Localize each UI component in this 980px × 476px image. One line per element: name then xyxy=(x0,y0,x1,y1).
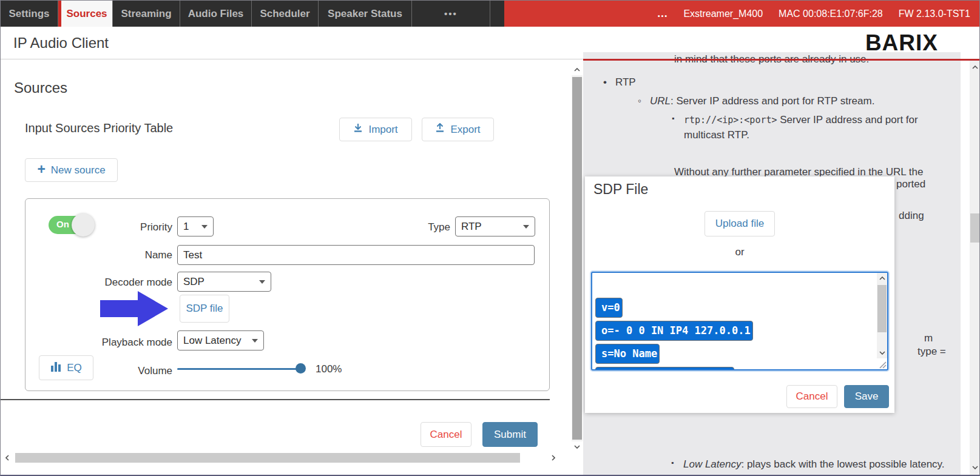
annotation-arrow-icon xyxy=(100,290,169,330)
slider-thumb[interactable] xyxy=(296,363,306,374)
type-label: Type xyxy=(384,221,450,233)
upload-file-button[interactable]: Upload file xyxy=(705,211,775,236)
selected-line: c=IN IP4 192.168.0.20 xyxy=(595,367,734,370)
slider-track[interactable] xyxy=(177,368,299,370)
tab-settings[interactable]: Settings xyxy=(1,1,58,27)
modal-save-button[interactable]: Save xyxy=(844,385,889,408)
caret-down-icon xyxy=(523,225,529,229)
scrollbar-thumb[interactable] xyxy=(572,77,582,440)
source-card: On Priority 1 Type RTP Name Decoder mode xyxy=(25,198,550,391)
sdp-file-button[interactable]: SDP file xyxy=(180,295,229,323)
decoder-mode-select[interactable]: SDP xyxy=(177,272,271,292)
circle-bullet-icon: ◦ xyxy=(638,94,650,109)
help-pane: in mind that these ports are already in … xyxy=(583,59,980,476)
resize-grip-icon[interactable] xyxy=(878,360,887,369)
volume-slider[interactable] xyxy=(177,363,306,375)
submit-button[interactable]: Submit xyxy=(482,422,538,447)
right-vertical-scrollbar[interactable] xyxy=(970,61,980,476)
name-input[interactable] xyxy=(177,245,535,265)
sources-pane: Sources Input Sources Priority Table Imp… xyxy=(1,59,583,476)
device-firmware: FW 2.13.0-TST1 xyxy=(899,8,970,19)
page-title: IP Audio Client xyxy=(13,35,109,52)
doc-list-item-url: ◦URL: Server IP address and port for RTP… xyxy=(638,94,874,109)
download-icon xyxy=(353,123,363,136)
new-source-button[interactable]: + New source xyxy=(25,158,118,182)
nav-filler xyxy=(490,1,504,27)
tab-scheduler[interactable]: Scheduler xyxy=(252,1,319,27)
priority-table-title: Input Sources Priority Table xyxy=(25,121,173,135)
device-ellipsis-icon[interactable]: … xyxy=(657,7,667,20)
main-area: Sources Input Sources Priority Table Imp… xyxy=(1,59,979,476)
scroll-left-icon[interactable] xyxy=(2,452,13,463)
scrollbar-thumb[interactable] xyxy=(970,213,980,243)
selected-line: s=No Name xyxy=(595,344,660,364)
priority-label: Priority xyxy=(62,221,172,233)
form-divider xyxy=(1,399,550,400)
playback-mode-select[interactable]: Low Latency xyxy=(177,330,264,350)
pane-top-red-divider xyxy=(583,59,980,61)
type-select[interactable]: RTP xyxy=(455,216,535,236)
caret-down-icon xyxy=(201,225,208,229)
doc-list-item-multicast: ▪ rtp://<ip>:<port> Server IP address an… xyxy=(672,113,946,142)
scroll-down-icon[interactable] xyxy=(970,462,980,473)
modal-title: SDP File xyxy=(593,181,648,198)
scrollbar-thumb[interactable] xyxy=(15,453,520,463)
tab-audio-files[interactable]: Audio Files xyxy=(180,1,252,27)
scroll-up-icon[interactable] xyxy=(970,62,980,73)
sdp-textarea[interactable]: v=0 o=- 0 0 IN IP4 127.0.0.1 s=No Name c… xyxy=(591,272,888,370)
decoder-mode-label: Decoder mode xyxy=(62,277,172,289)
tab-overflow-menu[interactable]: ••• xyxy=(412,1,490,27)
square-bullet-icon: ▪ xyxy=(671,458,674,468)
caret-down-icon xyxy=(252,339,258,343)
textarea-scrollbar[interactable] xyxy=(877,273,887,358)
playback-mode-label: Playback mode xyxy=(62,337,172,349)
device-name: Exstreamer_M400 xyxy=(683,8,763,19)
volume-value: 100% xyxy=(316,363,342,375)
doc-fragment: m xyxy=(924,332,933,344)
tab-sources[interactable]: Sources xyxy=(58,1,113,27)
selected-line: v=0 xyxy=(595,298,623,318)
tab-streaming[interactable]: Streaming xyxy=(113,1,180,27)
square-bullet-icon: ▪ xyxy=(672,113,674,124)
scroll-down-icon[interactable] xyxy=(877,348,887,358)
sdp-text-content: v=0 o=- 0 0 IN IP4 127.0.0.1 s=No Name c… xyxy=(595,275,874,370)
scroll-up-icon[interactable] xyxy=(572,64,583,75)
device-info-bar: … Exstreamer_M400 MAC 00:08:E1:07:6F:28 … xyxy=(504,1,979,27)
device-mac: MAC 00:08:E1:07:6F:28 xyxy=(779,8,883,19)
export-button[interactable]: Export xyxy=(422,118,494,141)
scroll-down-icon[interactable] xyxy=(572,441,583,452)
name-label: Name xyxy=(62,249,172,261)
top-navigation: Settings Sources Streaming Audio Files S… xyxy=(1,1,979,27)
priority-select[interactable]: 1 xyxy=(177,216,214,236)
doc-list-item-rtp: •RTP xyxy=(603,75,636,90)
scroll-up-icon[interactable] xyxy=(877,273,887,283)
selected-line: o=- 0 0 IN IP4 127.0.0.1 xyxy=(595,321,753,341)
ellipsis-icon: ••• xyxy=(444,8,458,19)
upload-icon xyxy=(435,123,445,136)
import-button[interactable]: Import xyxy=(339,118,412,141)
cancel-button[interactable]: Cancel xyxy=(421,422,471,447)
app-window: Settings Sources Streaming Audio Files S… xyxy=(0,0,980,476)
doc-fragment: ported xyxy=(896,178,925,190)
sdp-file-modal: SDP File Upload file or v=0 o=- 0 0 IN I… xyxy=(585,176,894,413)
scroll-right-icon[interactable] xyxy=(548,452,559,463)
tab-speaker-status[interactable]: Speaker Status xyxy=(319,1,412,27)
sources-heading: Sources xyxy=(14,79,67,96)
plus-icon: + xyxy=(37,163,45,176)
left-horizontal-scrollbar[interactable] xyxy=(2,452,559,463)
doc-fragment: type = xyxy=(917,346,946,358)
scrollbar-thumb[interactable] xyxy=(877,285,887,332)
disc-bullet-icon: • xyxy=(603,75,615,90)
equalizer-bars-icon xyxy=(50,361,61,375)
or-separator-label: or xyxy=(585,246,894,258)
doc-fragment: dding xyxy=(899,210,924,222)
modal-cancel-button[interactable]: Cancel xyxy=(786,385,837,408)
volume-label: Volume xyxy=(62,365,172,377)
caret-down-icon xyxy=(259,280,265,284)
left-vertical-scrollbar[interactable] xyxy=(572,64,583,452)
doc-list-item-low-latency: ▪ Low Latency: plays back with the lowes… xyxy=(671,457,947,476)
